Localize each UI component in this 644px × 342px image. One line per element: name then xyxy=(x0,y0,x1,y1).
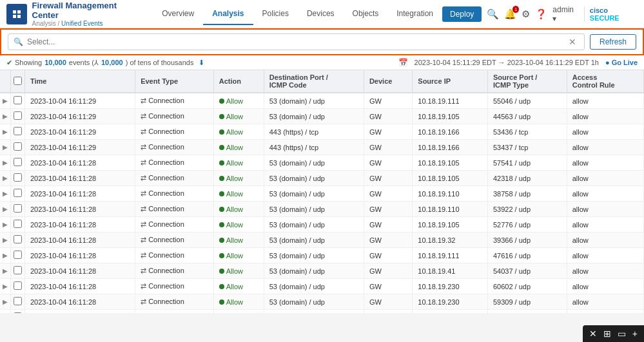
check-icon: ✔ xyxy=(6,59,12,67)
row-acr: allow xyxy=(567,279,643,294)
admin-label[interactable]: admin ▾ xyxy=(552,5,578,23)
row-action: Allow xyxy=(213,294,264,310)
row-expand[interactable]: ▶ xyxy=(0,202,11,217)
event-count: 10,000 xyxy=(44,59,66,66)
add-icon[interactable]: + xyxy=(632,328,638,339)
row-checkbox[interactable] xyxy=(11,155,25,171)
row-time: 2023-10-04 16:11:28 xyxy=(25,202,135,217)
row-time: 2023-10-04 16:11:28 xyxy=(25,263,135,279)
col-source-ip-header: Source IP xyxy=(413,70,488,93)
row-device: GW xyxy=(364,202,412,217)
row-acr: allow xyxy=(567,109,643,124)
top-bar: Firewall Management Center Analysis / Un… xyxy=(0,0,644,28)
row-time: 2023-10-04 16:11:28 xyxy=(25,155,135,171)
table-row: ▶ 2023-10-04 16:11:29 ⇄Connection Allow … xyxy=(0,124,644,140)
row-checkbox[interactable] xyxy=(11,93,25,109)
row-source-port: 53436 / tcp xyxy=(487,124,567,140)
row-expand[interactable]: ▶ xyxy=(0,294,11,310)
row-device: GW xyxy=(364,294,412,310)
row-checkbox[interactable] xyxy=(11,217,25,233)
row-expand[interactable]: ▶ xyxy=(0,248,11,263)
row-expand[interactable]: ▶ xyxy=(0,171,11,186)
search-icon[interactable]: 🔍 xyxy=(487,8,499,20)
row-device: GW xyxy=(364,310,412,314)
row-device: GW xyxy=(364,109,412,124)
events-suffix: ) of tens of thousands xyxy=(126,59,194,66)
notification-icon[interactable]: 🔔1 xyxy=(504,8,516,20)
row-source-ip: 10.18.19.41 xyxy=(413,263,488,279)
row-checkbox[interactable] xyxy=(11,186,25,202)
search-input[interactable] xyxy=(27,37,566,46)
row-acr: allow xyxy=(567,124,643,140)
row-expand[interactable]: ▶ xyxy=(0,124,11,140)
row-device: GW xyxy=(364,93,412,109)
col-dest-port-header: Destination Port /ICMP Code xyxy=(264,70,364,93)
row-checkbox[interactable] xyxy=(11,263,25,279)
row-dest-port: 53 (domain) / udp xyxy=(264,109,364,124)
settings-icon[interactable]: ⚙ xyxy=(522,8,530,20)
tab-policies[interactable]: Policies xyxy=(253,3,298,25)
row-source-port: 60602 / udp xyxy=(487,279,567,294)
row-checkbox[interactable] xyxy=(11,202,25,217)
row-time: 2023-10-04 16:11:28 xyxy=(25,217,135,233)
row-expand[interactable]: ▶ xyxy=(0,186,11,202)
row-dest-port: 53 (domain) / udp xyxy=(264,279,364,294)
deploy-button[interactable]: Deploy xyxy=(442,6,482,22)
row-checkbox[interactable] xyxy=(11,294,25,310)
close-toolbar-icon[interactable]: ✕ xyxy=(589,328,597,339)
col-time-header: Time xyxy=(25,70,135,93)
row-expand[interactable]: ▶ xyxy=(0,263,11,279)
row-checkbox[interactable] xyxy=(11,140,25,155)
row-checkbox[interactable] xyxy=(11,109,25,124)
search-box: 🔍 ✕ xyxy=(8,33,585,50)
row-expand[interactable]: ▶ xyxy=(0,140,11,155)
col-acr-header: AccessControl Rule xyxy=(567,70,643,93)
refresh-button[interactable]: Refresh xyxy=(590,34,636,50)
grid-icon[interactable]: ⊞ xyxy=(603,328,611,339)
row-checkbox[interactable] xyxy=(11,171,25,186)
app-title: Firewall Management Center xyxy=(32,1,144,20)
row-event-type: ⇄Connection xyxy=(135,171,214,186)
row-expand[interactable]: ▶ xyxy=(0,217,11,233)
tab-overview[interactable]: Overview xyxy=(153,3,203,25)
row-expand[interactable]: ▶ xyxy=(0,233,11,248)
col-device-header: Device xyxy=(364,70,412,93)
tab-objects[interactable]: Objects xyxy=(344,3,388,25)
row-acr: allow xyxy=(567,171,643,186)
row-device: GW xyxy=(364,233,412,248)
row-dest-port: 53 (domain) / udp xyxy=(264,155,364,171)
row-expand[interactable]: ▶ xyxy=(0,93,11,109)
row-dest-port: 53 (domain) / udp xyxy=(264,310,364,314)
info-bar: ✔ Showing 10,000 events (⅄ 10,000 ) of t… xyxy=(0,55,644,70)
row-checkbox[interactable] xyxy=(11,279,25,294)
row-time: 2023-10-04 16:11:28 xyxy=(25,171,135,186)
svg-rect-2 xyxy=(17,10,21,14)
bottom-toolbar: ✕ ⊞ ▭ + xyxy=(583,325,644,342)
row-expand[interactable]: ▶ xyxy=(0,310,11,314)
row-device: GW xyxy=(364,217,412,233)
col-select-header[interactable] xyxy=(11,70,25,93)
row-acr: allow xyxy=(567,310,643,314)
go-live-button[interactable]: ● Go Live xyxy=(605,59,638,66)
row-event-type: ⇄Connection xyxy=(135,294,214,310)
row-action: Allow xyxy=(213,263,264,279)
download-icon[interactable]: ⬇ xyxy=(199,59,204,67)
row-checkbox[interactable] xyxy=(11,124,25,140)
clear-icon[interactable]: ✕ xyxy=(566,37,579,47)
row-checkbox[interactable] xyxy=(11,233,25,248)
help-icon[interactable]: ❓ xyxy=(535,8,547,20)
row-expand[interactable]: ▶ xyxy=(0,279,11,294)
row-checkbox[interactable] xyxy=(11,248,25,263)
tab-integration[interactable]: Integration xyxy=(387,3,442,25)
row-checkbox[interactable] xyxy=(11,310,25,314)
row-action: Allow xyxy=(213,124,264,140)
row-event-type: ⇄Connection xyxy=(135,155,214,171)
tab-devices[interactable]: Devices xyxy=(298,3,344,25)
row-expand[interactable]: ▶ xyxy=(0,155,11,171)
row-device: GW xyxy=(364,263,412,279)
tab-analysis[interactable]: Analysis xyxy=(203,3,253,25)
window-icon[interactable]: ▭ xyxy=(618,328,626,339)
row-expand[interactable]: ▶ xyxy=(0,109,11,124)
row-dest-port: 53 (domain) / udp xyxy=(264,186,364,202)
unified-events-link[interactable]: Unified Events xyxy=(61,20,102,27)
